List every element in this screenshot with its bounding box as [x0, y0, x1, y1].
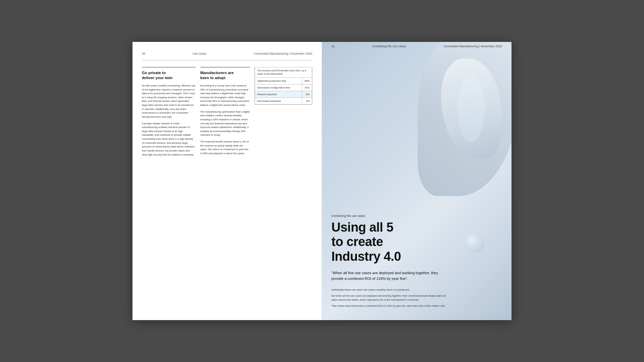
table-header-text: The revenue and ROI benefits come from, …: [255, 67, 312, 78]
table-row: Decreased configuration time 31%: [255, 84, 312, 91]
table-row-highlight: Rework reduction 6%: [255, 91, 312, 98]
section2-para3: The financial benefit reaches about 1.3%…: [200, 140, 250, 156]
section1-divider: [142, 67, 196, 67]
table-cell-pct-rework: 6%: [302, 91, 312, 98]
section1-para1: As with asset condition monitoring, effe…: [142, 84, 196, 119]
table-cell-pct: 3%: [302, 98, 312, 104]
big-heading: Using all 5 to create Industry 4.0: [331, 220, 502, 264]
right-page-number: 31: [331, 45, 335, 48]
section2-divider: [200, 67, 250, 67]
right-body-para2: But when all five use cases are deployed…: [331, 294, 452, 302]
col-private: Go private to deliver your twin As with …: [142, 67, 196, 310]
table-row: Decreased downtime 3%: [255, 98, 312, 104]
left-columns: Go private to deliver your twin As with …: [142, 67, 312, 310]
section2-para1: According to a survey from LNS research,…: [200, 84, 250, 107]
table-cell-label: Decreased downtime: [255, 98, 302, 104]
header-divider: [142, 60, 312, 60]
document-spread: 30 Use cases Connected Manufacturing | N…: [132, 42, 512, 320]
right-body-para3: That means they will provide a combined …: [331, 304, 452, 308]
left-publication: Connected Manufacturing | November 2020: [254, 52, 312, 55]
combining-label: Combining the use cases: [331, 214, 502, 218]
benefit-table: The revenue and ROI benefits come from, …: [255, 67, 312, 105]
section2-para2: The manufacturing optimization that a di…: [200, 110, 250, 137]
left-page-header: 30 Use cases Connected Manufacturing | N…: [142, 52, 312, 55]
section2-heading: Manufacturers are keen to adopt: [200, 70, 250, 80]
table-cell-pct: 68%: [302, 77, 312, 84]
section1-heading: Go private to deliver your twin: [142, 70, 196, 80]
left-section-label: Use cases: [193, 52, 207, 55]
section1-para2: A private cellular network in smart manu…: [142, 122, 196, 157]
table-cell-label: Optimized production flow: [255, 77, 302, 84]
table-cell-label: Decreased configuration time: [255, 84, 302, 91]
left-page: 30 Use cases Connected Manufacturing | N…: [132, 42, 322, 320]
col-manufacturers: Manufacturers are keen to adopt Accordin…: [200, 67, 250, 310]
table-row: Optimized production flow 68%: [255, 77, 312, 84]
right-content: Combining the use cases Using all 5 to c…: [322, 49, 512, 320]
right-publication: Connected Manufacturing | November 2020: [444, 45, 502, 48]
right-section-label: Combining the use cases: [372, 45, 406, 48]
col-table: The revenue and ROI benefits come from, …: [255, 67, 312, 310]
right-body-para1: Individually these use cases will create…: [331, 288, 452, 292]
table-header-row: The revenue and ROI benefits come from, …: [255, 67, 312, 78]
quote-text: “When all five use cases are deployed an…: [331, 270, 445, 282]
left-page-number: 30: [142, 52, 145, 55]
right-page: 31 Combining the use cases Connected Man…: [322, 42, 512, 320]
table-cell-pct: 31%: [302, 84, 312, 91]
table-cell-label-rework: Rework reduction: [255, 91, 302, 98]
